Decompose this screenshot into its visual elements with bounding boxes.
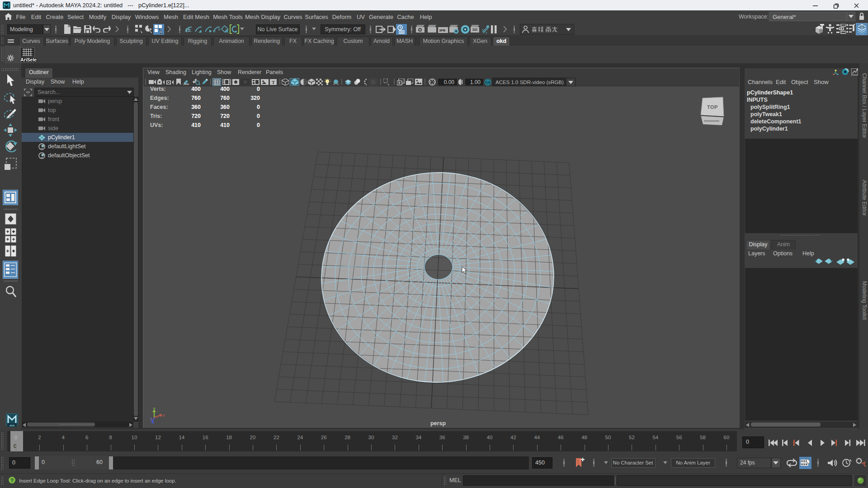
svg-text:z: z: [150, 417, 152, 421]
svg-text:y: y: [153, 407, 156, 411]
svg-text:x: x: [163, 413, 165, 418]
svg-text:T: T: [272, 80, 275, 85]
svg-text:ON: ON: [486, 81, 490, 84]
svg-text:AYA: AYA: [9, 424, 15, 427]
svg-text:IPR: IPR: [439, 28, 446, 33]
svg-text:?: ?: [10, 478, 14, 483]
svg-text:TOP: TOP: [707, 104, 718, 110]
